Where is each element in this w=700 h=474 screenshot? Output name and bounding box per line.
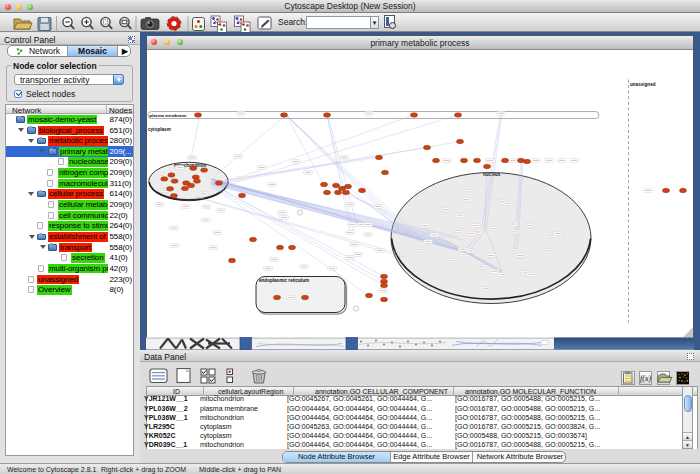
svg-text:unassigned: unassigned [630, 81, 656, 86]
svg-text:plasma membrane: plasma membrane [150, 113, 187, 118]
svg-text:cytoplasm: cytoplasm [148, 127, 171, 132]
svg-text:endoplasmic reticulum: endoplasmic reticulum [259, 278, 309, 283]
svg-text:f(x): f(x) [640, 374, 651, 383]
